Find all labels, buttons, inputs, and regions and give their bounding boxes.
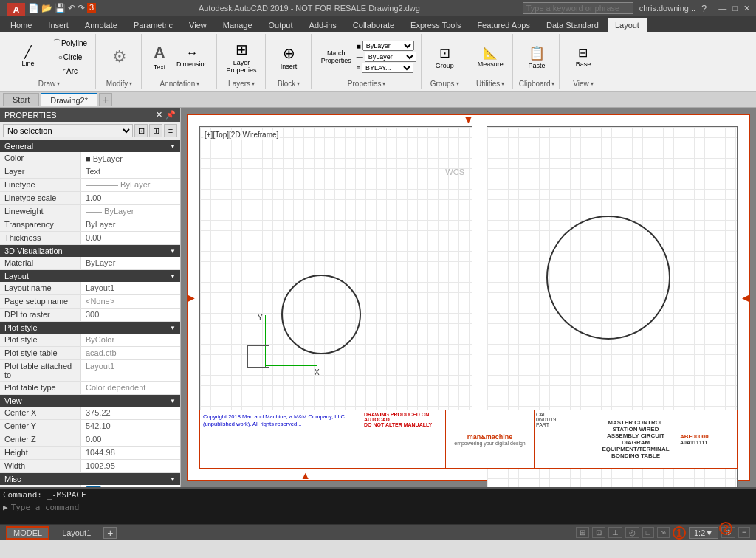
maximize-btn[interactable]: □ [732, 4, 738, 13]
tab-home[interactable]: Home [3, 18, 39, 32]
object-tracking-toggle[interactable]: ∞ [657, 527, 670, 538]
selection-dropdown[interactable]: No selection [3, 124, 133, 137]
select-filter-btn[interactable]: ⊞ [149, 124, 162, 137]
general-color-row: Color ■ ByLayer [0, 152, 180, 165]
base-btn[interactable]: ⊟ Base [571, 37, 595, 77]
object-snap-toggle[interactable]: □ [642, 527, 654, 538]
tab-drawing2[interactable]: Drawing2* [41, 93, 97, 106]
qa-new[interactable]: 📄 [28, 3, 39, 13]
section-layout[interactable]: Layout [0, 270, 180, 282]
model-tab[interactable]: MODEL [6, 526, 49, 540]
annotation-group-label[interactable]: Annotation ▾ [159, 80, 199, 88]
left-viewport-grid [200, 127, 472, 410]
modify-group-label[interactable]: Modify ▾ [106, 80, 132, 88]
snap-toggle[interactable]: ⊡ [592, 527, 605, 538]
general-thickness-row: Thickness 0.00 [0, 232, 180, 245]
help-btn[interactable]: ? [701, 3, 707, 14]
measure-icon: 📐 [483, 46, 498, 60]
polyline-btn[interactable]: ⌒ Polyline [49, 36, 91, 49]
lineweight-select[interactable]: BYLAY... [362, 63, 413, 73]
tab-annotate[interactable]: Annotate [78, 18, 125, 32]
tab-start[interactable]: Start [3, 93, 39, 106]
right-circle [546, 216, 670, 340]
tab-view[interactable]: View [182, 18, 214, 32]
grid-toggle[interactable]: ⊞ [576, 527, 589, 538]
ortho-toggle[interactable]: ⊥ [608, 527, 622, 538]
qa-save[interactable]: 💾 [55, 3, 66, 13]
command-input[interactable] [11, 503, 753, 512]
arc-btn[interactable]: ◜ Arc [49, 64, 91, 78]
section-plot-style[interactable]: Plot style [0, 322, 180, 334]
linetype-select[interactable]: ByLayer [365, 52, 416, 62]
add-tab-btn[interactable]: + [99, 93, 112, 106]
groups-group-label[interactable]: Groups ▾ [430, 80, 459, 88]
properties-pin-icon[interactable]: 📌 [165, 110, 176, 120]
view-group-label[interactable]: View ▾ [573, 80, 594, 88]
annotation-scale-status[interactable]: 1:2▼ 2 [689, 527, 718, 539]
command-area: Command: _-MSPACE ▶ [0, 487, 756, 524]
panel-toggle[interactable]: ≡ [738, 527, 750, 538]
view-height-row: Height 1044.98 [0, 447, 180, 460]
quick-select-btn[interactable]: ⊡ [134, 124, 148, 137]
utilities-group-label[interactable]: Utilities ▾ [476, 80, 504, 88]
properties-toggle-btn[interactable]: ≡ [164, 124, 177, 137]
minimize-btn[interactable]: — [718, 4, 726, 13]
qa-undo[interactable]: ↶ [68, 3, 75, 13]
plot-table-row: Plot style table acad.ctb [0, 347, 180, 360]
group-btn[interactable]: ⊡ Group [432, 37, 458, 77]
circle-btn[interactable]: ○ Circle [49, 50, 91, 63]
layer-properties-btn[interactable]: ⊞ LayerProperties [223, 37, 261, 77]
status-bar: MODEL Layout1 + ⊞ ⊡ ⊥ ◎ □ ∞ 1 1:2▼ 2 ⚙ ≡ [0, 524, 756, 540]
search-input[interactable] [523, 2, 633, 14]
tab-layout[interactable]: Layout [608, 18, 647, 32]
measure-btn[interactable]: 📐 Measure [474, 37, 507, 77]
polyline-icon: ⌒ [53, 38, 61, 48]
match-properties-btn[interactable]: MatchProperties [317, 47, 355, 66]
dimension-btn[interactable]: ↔ Dimension [173, 37, 212, 77]
close-btn[interactable]: ✕ [743, 4, 750, 13]
main-layout: PROPERTIES ✕ 📌 No selection ⊡ ⊞ ≡ Genera… [0, 108, 756, 487]
clipboard-group-label[interactable]: Clipboard ▾ [519, 80, 555, 88]
block-group-label[interactable]: Block ▾ [278, 80, 300, 88]
plot-attached-row: Plot table attached to Layout1 [0, 360, 180, 382]
tab-parametric[interactable]: Parametric [126, 18, 180, 32]
tab-collaborate[interactable]: Collaborate [346, 18, 402, 32]
insert-icon: ⊕ [283, 44, 295, 62]
text-btn[interactable]: A Text [148, 37, 171, 77]
polar-toggle[interactable]: ◎ [625, 527, 639, 538]
qa-highlight[interactable]: 3 [87, 3, 96, 13]
qa-redo[interactable]: ↷ [78, 3, 85, 13]
layout1-tab[interactable]: Layout1 [55, 527, 97, 539]
app-button[interactable]: A [7, 3, 25, 16]
tab-insert[interactable]: Insert [41, 18, 76, 32]
section-3d-viz[interactable]: 3D Visualization [0, 245, 180, 257]
qa-open[interactable]: 📂 [41, 3, 52, 13]
section-general[interactable]: General [0, 140, 180, 152]
section-misc[interactable]: Misc [0, 473, 180, 485]
tab-manage[interactable]: Manage [216, 18, 260, 32]
section-view[interactable]: View [0, 395, 180, 407]
left-viewport[interactable]: [+][Top][2D Wireframe] WCS X Y [199, 126, 472, 410]
plot-style-row: Plot style ByColor [0, 334, 180, 347]
layers-group-label[interactable]: Layers ▾ [228, 80, 255, 88]
tab-express[interactable]: Express Tools [403, 18, 468, 32]
tab-featured[interactable]: Featured Apps [470, 18, 537, 32]
color-select[interactable]: ByLayer [362, 41, 414, 51]
status-right: ⊞ ⊡ ⊥ ◎ □ ∞ 1 1:2▼ 2 ⚙ ≡ [576, 526, 750, 540]
tab-addins[interactable]: Add-ins [302, 18, 344, 32]
add-layout-btn[interactable]: + [103, 527, 117, 539]
insert-btn[interactable]: ⊕ Insert [277, 37, 301, 77]
properties-group-label[interactable]: Properties ▾ [348, 80, 386, 88]
tab-output[interactable]: Output [261, 18, 300, 32]
annotation-expand-icon: ▾ [196, 80, 199, 87]
paste-btn[interactable]: 📋 Paste [525, 37, 549, 77]
properties-close-icon[interactable]: ✕ [156, 110, 162, 120]
draw-group-label[interactable]: Draw ▾ [38, 80, 60, 88]
viz-material-row: Material ByLayer [0, 257, 180, 270]
title-block-logo-area: man&machine empowering your digital desi… [446, 410, 535, 468]
canvas-area[interactable]: ▼ ▶ ◀ ▲ [+][Top][2D Wireframe] WCS X Y [181, 108, 756, 487]
line-btn[interactable]: ╱ Line [7, 36, 49, 76]
tab-datastandard[interactable]: Data Standard [539, 18, 606, 32]
circle-icon: ○ [58, 53, 63, 61]
line-icon: ╱ [24, 45, 32, 59]
